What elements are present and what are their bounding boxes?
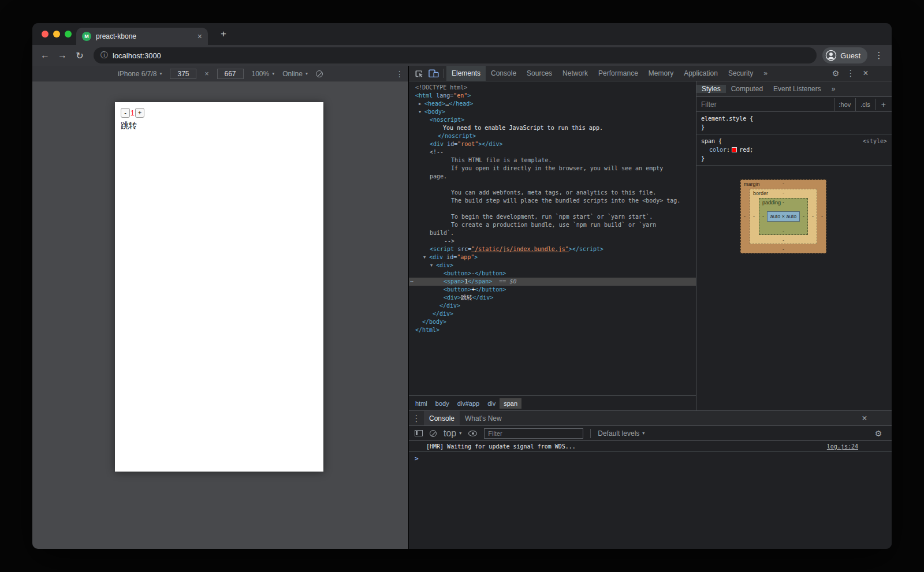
element-classes-button[interactable]: .cls	[855, 98, 875, 111]
devtools-tab-elements[interactable]: Elements	[446, 66, 486, 81]
tree-node[interactable]: -->	[409, 237, 696, 245]
node-options-icon[interactable]: ⋯	[410, 278, 413, 286]
inspect-element-icon[interactable]	[411, 66, 426, 81]
device-toolbar-menu-icon[interactable]: ⋮	[396, 69, 404, 78]
browser-menu-icon[interactable]: ⋮	[871, 47, 887, 63]
devtools-tab-more[interactable]: »	[758, 66, 773, 81]
tree-node[interactable]: <!--	[409, 148, 696, 156]
execution-context-select[interactable]: top ▾	[444, 428, 461, 439]
tree-node[interactable]: You can add webfonts, meta tags, or anal…	[409, 189, 696, 197]
box-model-content[interactable]: auto × auto	[767, 211, 800, 222]
tree-node[interactable]: build`.	[409, 229, 696, 237]
margin-top-value[interactable]: -	[783, 181, 784, 186]
styles-tab-more[interactable]: »	[826, 85, 841, 93]
tree-node[interactable]	[409, 181, 696, 189]
throttling-select[interactable]: Online ▾	[282, 70, 308, 78]
tree-node[interactable]: <div>跳转</div>	[409, 294, 696, 302]
back-icon[interactable]: ←	[37, 47, 53, 63]
window-zoom-button[interactable]	[65, 31, 72, 38]
style-source-link[interactable]: <style>	[863, 137, 887, 145]
collapse-arrow-icon[interactable]: ▼	[423, 253, 426, 261]
color-swatch[interactable]	[732, 147, 737, 152]
tree-node[interactable]: page.	[409, 173, 696, 181]
box-model-border[interactable]: border - - - - padding - - -	[750, 189, 817, 244]
tree-node[interactable]: ▼<div id="app">	[409, 253, 696, 261]
crumb-div[interactable]: div	[483, 398, 500, 409]
tree-node[interactable]: <script src="/static/js/index.bundle.js"…	[409, 245, 696, 253]
padding-bottom-value[interactable]: -	[783, 228, 784, 234]
drawer-menu-icon[interactable]: ⋮	[409, 411, 424, 426]
device-height-input[interactable]: 667	[217, 69, 244, 79]
border-bottom-value[interactable]: -	[783, 237, 784, 243]
devtools-tab-application[interactable]: Application	[679, 66, 723, 81]
rotate-icon[interactable]	[316, 70, 323, 77]
window-minimize-button[interactable]	[53, 31, 60, 38]
collapse-arrow-icon[interactable]: ▼	[419, 108, 421, 116]
decrement-button[interactable]: -	[121, 108, 130, 118]
tree-node[interactable]: </noscript>	[409, 132, 696, 140]
window-close-button[interactable]	[42, 31, 49, 38]
devtools-tab-console[interactable]: Console	[486, 66, 521, 81]
log-source-link[interactable]: log.js:24	[827, 443, 858, 450]
tree-node[interactable]: To create a production bundle, use `npm …	[409, 221, 696, 229]
devtools-tab-network[interactable]: Network	[557, 66, 593, 81]
css-property-line[interactable]: color:red;	[701, 145, 887, 154]
margin-bottom-value[interactable]: -	[783, 246, 784, 252]
border-left-value[interactable]: -	[753, 214, 755, 219]
styles-tab-event-listeners[interactable]: Event Listeners	[768, 85, 826, 93]
crumb-span[interactable]: span	[500, 398, 521, 409]
tree-node[interactable]: If you open it directly in the browser, …	[409, 165, 696, 173]
jump-link[interactable]: 跳转	[121, 121, 137, 131]
tree-node[interactable]: <div id="root"></div>	[409, 140, 696, 148]
tree-node[interactable]: ▼<body>	[409, 108, 696, 116]
device-select[interactable]: iPhone 6/7/8 ▾	[118, 70, 162, 78]
tree-node[interactable]: </div>	[409, 302, 696, 310]
url-text[interactable]: localhost:3000	[113, 51, 161, 60]
tree-node[interactable]: </html>	[409, 326, 696, 334]
tree-node[interactable]: <button>-</button>	[409, 270, 696, 278]
console-sidebar-icon[interactable]	[415, 430, 423, 436]
increment-button[interactable]: +	[135, 108, 144, 118]
devtools-settings-icon[interactable]: ⚙	[828, 66, 843, 81]
tree-node[interactable]: <button>+</button>	[409, 286, 696, 294]
margin-right-value[interactable]: -	[821, 214, 823, 219]
border-right-value[interactable]: -	[812, 214, 814, 219]
tree-node[interactable]: <!DOCTYPE html>	[409, 84, 696, 92]
profile-button[interactable]: Guest	[822, 47, 867, 63]
site-info-icon[interactable]: ⓘ	[100, 50, 108, 61]
devtools-close-icon[interactable]: ×	[858, 66, 873, 81]
span-style-rule[interactable]: span { <style> color:red; }	[696, 134, 892, 166]
devtools-tab-memory[interactable]: Memory	[643, 66, 679, 81]
tree-node[interactable]: <noscript>	[409, 116, 696, 124]
padding-top-value[interactable]: -	[783, 199, 784, 205]
border-top-value[interactable]: -	[783, 190, 784, 196]
devtools-menu-icon[interactable]: ⋮	[843, 66, 858, 81]
toggle-element-state-button[interactable]: :hov	[834, 98, 856, 111]
padding-right-value[interactable]: -	[803, 214, 804, 219]
expand-arrow-icon[interactable]: ▶	[419, 100, 421, 108]
tree-node[interactable]: <html lang="en">	[409, 92, 696, 100]
tree-node[interactable]: </body>	[409, 318, 696, 326]
tree-node[interactable]: ▼<div>	[409, 261, 696, 270]
log-levels-select[interactable]: Default levels ▾	[590, 429, 644, 438]
crumb-body[interactable]: body	[431, 398, 453, 409]
console-filter-input[interactable]	[484, 428, 583, 439]
reload-icon[interactable]: ↻	[72, 47, 88, 63]
zoom-select[interactable]: 100% ▾	[252, 70, 275, 78]
tree-node[interactable]: </div>	[409, 310, 696, 318]
tree-node[interactable]: This HTML file is a template.	[409, 156, 696, 165]
padding-left-value[interactable]: -	[762, 214, 764, 219]
browser-tab[interactable]: M preact-kbone ×	[76, 28, 208, 45]
device-width-input[interactable]: 375	[170, 69, 196, 79]
address-bar[interactable]: ⓘ localhost:3000	[94, 47, 817, 63]
collapse-arrow-icon[interactable]: ▼	[430, 261, 433, 270]
device-toolbar-toggle-icon[interactable]	[426, 66, 441, 81]
styles-tab-styles[interactable]: Styles	[696, 85, 726, 93]
console-tab-what-s-new[interactable]: What's New	[460, 411, 507, 425]
new-tab-button[interactable]: +	[216, 28, 231, 40]
clear-console-icon[interactable]	[430, 430, 437, 437]
drawer-close-icon[interactable]: ×	[857, 411, 872, 426]
styles-filter-input[interactable]	[701, 100, 834, 109]
devtools-tab-sources[interactable]: Sources	[521, 66, 557, 81]
forward-icon[interactable]: →	[54, 47, 70, 63]
